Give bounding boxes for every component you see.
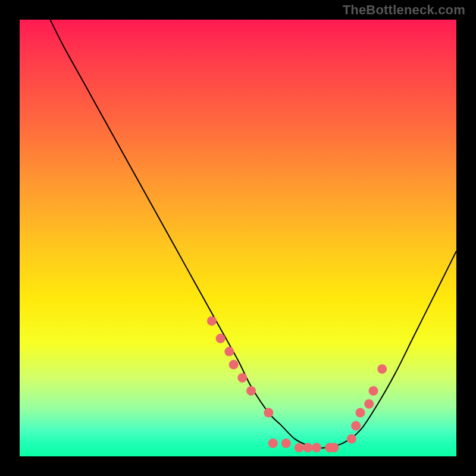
watermark-text: TheBottleneck.com <box>343 2 465 18</box>
bottleneck-curve <box>50 20 456 448</box>
data-marker <box>351 421 361 431</box>
data-marker <box>246 386 256 396</box>
data-marker <box>281 439 291 448</box>
data-marker <box>264 408 273 418</box>
data-marker <box>224 347 234 356</box>
data-marker <box>369 386 378 396</box>
data-marker <box>268 439 278 448</box>
markers-group <box>207 316 387 452</box>
data-marker <box>229 360 239 369</box>
chart-stage: TheBottleneck.com <box>0 0 476 476</box>
data-marker <box>216 334 226 343</box>
data-marker <box>364 399 374 409</box>
chart-overlay-svg <box>20 20 456 456</box>
data-marker <box>329 443 339 452</box>
data-marker <box>347 434 356 444</box>
data-marker <box>356 408 365 418</box>
data-marker <box>207 316 217 325</box>
data-marker <box>237 373 247 383</box>
data-marker <box>312 443 321 452</box>
data-marker <box>303 443 312 452</box>
plot-area <box>20 20 456 456</box>
data-marker <box>295 443 304 452</box>
data-marker <box>377 364 387 374</box>
